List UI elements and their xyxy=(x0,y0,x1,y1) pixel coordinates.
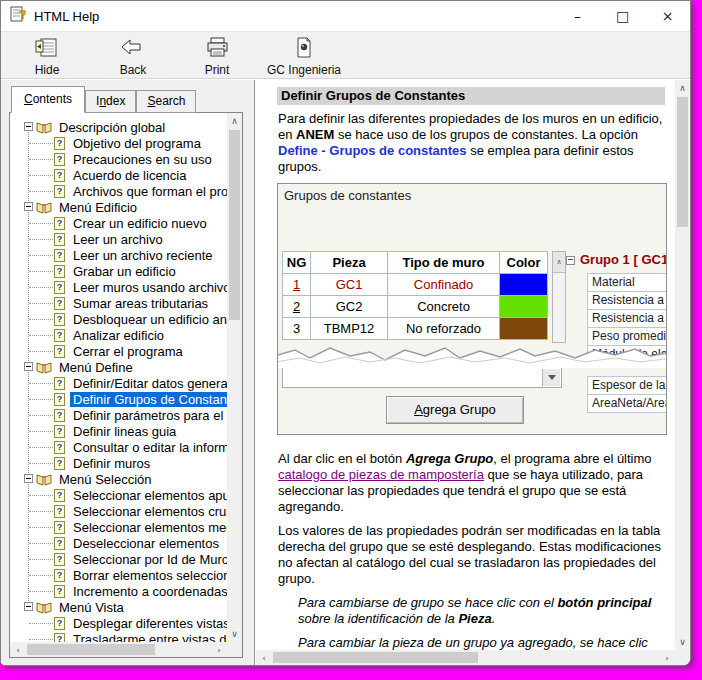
menu-path-emphasis: Define - Grupos de constantes xyxy=(278,143,467,158)
tree-item-topic[interactable]: Definir lineas guia xyxy=(10,423,227,439)
tree-hscroll-thumb[interactable] xyxy=(27,644,155,655)
scroll-up-icon[interactable]: ∧ xyxy=(227,113,242,129)
collapse-minus-icon[interactable] xyxy=(24,602,33,611)
tree-vscroll-thumb[interactable] xyxy=(229,130,240,320)
tree-item-topic[interactable]: Crear un edificio nuevo xyxy=(10,215,227,231)
help-topic-icon xyxy=(54,441,65,454)
collapse-minus-icon[interactable] xyxy=(24,202,33,211)
dialog-add-group-button: Agrega Grupo xyxy=(386,396,524,424)
window-title: HTML Help xyxy=(34,9,99,24)
help-topic-icon xyxy=(54,553,65,566)
hide-button[interactable]: Hide xyxy=(11,33,83,77)
tab-index[interactable]: Index xyxy=(85,90,136,113)
collapse-minus-icon[interactable] xyxy=(24,362,33,371)
tree-item-topic-selected[interactable]: Definir Grupos de Constantes xyxy=(10,391,227,407)
book-icon xyxy=(36,361,52,374)
tree-item-book[interactable]: Menú Vista xyxy=(10,599,227,615)
tree-item-topic[interactable]: Objetivo del programa xyxy=(10,135,227,151)
scroll-down-icon[interactable]: ∨ xyxy=(227,626,242,642)
catalog-link[interactable]: catalogo de piezas de mampostería xyxy=(278,467,484,482)
scroll-left-icon[interactable]: ‹ xyxy=(256,650,272,665)
table-row: 3 TBMP12 No reforzado xyxy=(283,318,548,340)
note-change-group: Para cambiarse de grupo se hace clic con… xyxy=(298,595,665,627)
help-topic-icon xyxy=(54,617,65,630)
maximize-button[interactable]: □ xyxy=(600,1,645,31)
scrollbar-corner xyxy=(227,642,242,657)
tree-item-topic[interactable]: Seleccionar elementos cruzando xyxy=(10,503,227,519)
collapse-minus-icon[interactable] xyxy=(24,474,33,483)
scroll-right-icon[interactable]: › xyxy=(211,642,227,657)
content-vertical-scrollbar[interactable]: ∧ ∨ xyxy=(675,80,690,650)
tab-search[interactable]: Search xyxy=(136,90,196,113)
tree-vertical-scrollbar[interactable]: ∧ ∨ xyxy=(227,113,242,642)
tree-item-topic[interactable]: Leer un archivo reciente xyxy=(10,247,227,263)
back-arrow-icon xyxy=(120,37,146,63)
html-help-window: ? HTML Help – □ × xyxy=(0,0,691,666)
dialog-dropdown xyxy=(282,367,562,388)
tree-item-topic[interactable]: Leer muros usando archivo DXF xyxy=(10,279,227,295)
tree-item-topic[interactable]: Definir parámetros para el análisis xyxy=(10,407,227,423)
gc-label: GC Ingenieria xyxy=(267,63,341,77)
paragraph-properties: Los valores de las propiedades podrán se… xyxy=(278,523,665,587)
back-label: Back xyxy=(120,63,147,77)
help-document: Definir Grupos de Constantes Para defini… xyxy=(256,80,675,650)
scroll-up-icon: ∧ xyxy=(553,252,565,273)
collapse-minus-icon[interactable] xyxy=(24,122,33,131)
tree-item-topic[interactable]: Seleccionar elementos apuntados xyxy=(10,487,227,503)
book-icon xyxy=(36,121,52,134)
tree-item-topic[interactable]: Deseleccionar elementos xyxy=(10,535,227,551)
gc-ingenieria-button[interactable]: GC Ingenieria xyxy=(261,33,347,77)
color-swatch xyxy=(500,274,548,296)
close-button[interactable]: × xyxy=(645,1,690,31)
help-topic-icon xyxy=(54,521,65,534)
tree-item-topic[interactable]: Sumar areas tributarias xyxy=(10,295,227,311)
window-controls: – □ × xyxy=(555,1,690,31)
tree-item-topic[interactable]: Archivos que forman el programa xyxy=(10,183,227,199)
help-topic-icon xyxy=(54,569,65,582)
tree-item-topic[interactable]: Consultar o editar la información xyxy=(10,439,227,455)
tree-item-topic[interactable]: Analizar edificio xyxy=(10,327,227,343)
tree-item-topic[interactable]: Seleccionar por Id de Muro xyxy=(10,551,227,567)
scroll-right-icon[interactable]: › xyxy=(659,650,675,665)
tab-contents[interactable]: Contents xyxy=(11,86,85,113)
contents-tree-panel: Descripción global Objetivo del programa… xyxy=(9,112,243,658)
tree-item-topic[interactable]: Definir muros xyxy=(10,455,227,471)
tree-item-book[interactable]: Menú Edificio xyxy=(10,199,227,215)
content-vscroll-thumb[interactable] xyxy=(677,97,688,227)
help-topic-icon xyxy=(54,377,65,390)
tree-item-topic[interactable]: Incremento a coordenadas xyxy=(10,583,227,599)
tree-item-topic[interactable]: Borrar elementos seleccionados xyxy=(10,567,227,583)
tree-item-topic[interactable]: Seleccionar elementos mediante xyxy=(10,519,227,535)
tree-horizontal-scrollbar[interactable]: ‹ › xyxy=(10,642,227,657)
tree-item-book[interactable]: Descripción global xyxy=(10,119,227,135)
tree-item-topic[interactable]: Cerrar el programa xyxy=(10,343,227,359)
tree-item-topic[interactable]: Desbloquear un edificio analizado xyxy=(10,311,227,327)
tree-item-topic[interactable]: Leer un archivo xyxy=(10,231,227,247)
print-label: Print xyxy=(205,63,230,77)
tree-item-topic[interactable]: Acuerdo de licencia xyxy=(10,167,227,183)
print-button[interactable]: Print xyxy=(181,33,253,77)
print-icon xyxy=(205,37,229,63)
tree-item-topic[interactable]: Definir/Editar datos generales xyxy=(10,375,227,391)
tree-item-book[interactable]: Menú Selección xyxy=(10,471,227,487)
tree-item-topic[interactable]: Grabar un edificio xyxy=(10,263,227,279)
tree-item-book[interactable]: Menú Define xyxy=(10,359,227,375)
tree-item-topic[interactable]: Desplegar diferentes vistas (Mu xyxy=(10,615,227,631)
scroll-left-icon[interactable]: ‹ xyxy=(10,642,26,657)
group-properties-table: Material Resistencia a c Resistencia a c… xyxy=(587,273,667,364)
help-topic-icon xyxy=(54,233,65,246)
dialog-title: Grupos de constantes xyxy=(284,188,411,204)
tree-item-topic[interactable]: Precauciones en su uso xyxy=(10,151,227,167)
back-button[interactable]: Back xyxy=(97,33,169,77)
scrollbar-corner xyxy=(675,650,690,665)
scroll-up-icon[interactable]: ∧ xyxy=(675,80,690,96)
content-horizontal-scrollbar[interactable]: ‹ › xyxy=(256,650,675,665)
collapse-minus-icon xyxy=(566,256,575,265)
scroll-down-icon[interactable]: ∨ xyxy=(675,634,690,650)
content-hscroll-thumb[interactable] xyxy=(273,652,478,663)
tree-item-topic[interactable]: Trasladarme entre vistas de dife xyxy=(10,631,227,642)
table-header-row: NG Pieza Tipo de muro Color xyxy=(283,252,548,274)
table-mini-scrollbar: ∧ xyxy=(552,251,566,343)
help-topic-icon xyxy=(54,633,65,643)
minimize-button[interactable]: – xyxy=(555,1,600,31)
